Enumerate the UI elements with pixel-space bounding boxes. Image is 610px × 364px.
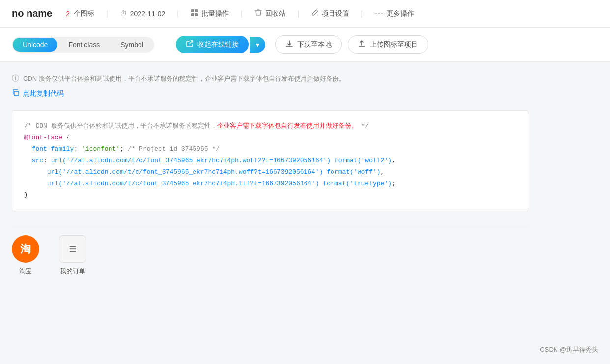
tab-group: Unicode Font class Symbol — [12, 37, 154, 53]
main-content: ⓘ CDN 服务仅供平台体验和调试使用，平台不承诺服务的稳定性，企业客户需下载字… — [0, 62, 540, 295]
link-icon — [186, 40, 194, 49]
svg-rect-2 — [191, 13, 194, 16]
code-line-url2: url('//at.alicdn.com/t/c/font_3745965_ek… — [24, 167, 516, 178]
code-url2: url('//at.alicdn.com/t/c/font_3745965_ek… — [47, 168, 381, 176]
code-url3: url('//at.alicdn.com/t/c/font_3745965_ek… — [47, 180, 392, 187]
recycle-icon — [254, 9, 262, 18]
bottom-icons: 淘 淘宝 ≡ 我的订单 — [12, 227, 528, 283]
batch-icon — [191, 9, 198, 18]
edit-icon — [311, 9, 319, 18]
code-prop-family: font-family — [32, 145, 74, 153]
code-enterprise-text: 企业客户需下载字体包自行发布使用并做好备份。 — [217, 122, 358, 130]
code-value-family: 'iconfont' — [82, 145, 120, 153]
svg-rect-4 — [14, 91, 19, 96]
code-comment-text: /* CDN 服务仅供平台体验和调试使用，平台不承诺服务的稳定性， — [24, 122, 217, 130]
copy-icon — [12, 89, 20, 98]
header-sep2: | — [177, 10, 179, 18]
download-icon — [285, 40, 293, 49]
upload-button[interactable]: 上传图标至项目 — [348, 35, 428, 54]
code-line-fontface: @font-face { — [24, 132, 516, 143]
header-batch-label: 批量操作 — [201, 9, 229, 18]
notice-text: CDN 服务仅供平台体验和调试使用，平台不承诺服务的稳定性，企业客户需下载字体包… — [23, 74, 345, 83]
header-sep5: | — [361, 10, 363, 18]
code-line-comment: /* CDN 服务仅供平台体验和调试使用，平台不承诺服务的稳定性，企业客户需下载… — [24, 120, 516, 132]
toolbar: Unicode Font class Symbol 收起在线链接 ▾ 下载至本地… — [0, 28, 610, 62]
header-recycle-label: 回收站 — [265, 9, 286, 18]
taobao-icon-item[interactable]: 淘 淘宝 — [12, 235, 39, 276]
header-sep4: | — [298, 10, 300, 18]
svg-rect-3 — [195, 13, 198, 16]
icon-count-label: 个图标 — [74, 9, 94, 18]
tab-fontclass[interactable]: Font class — [58, 38, 110, 52]
download-button[interactable]: 下载至本地 — [275, 35, 342, 54]
chevron-down-icon: ▾ — [256, 41, 259, 49]
header-date-item: ⏱ 2022-11-02 — [120, 9, 166, 18]
notice-bar: ⓘ CDN 服务仅供平台体验和调试使用，平台不承诺服务的稳定性，企业客户需下载字… — [12, 74, 528, 83]
code-block: /* CDN 服务仅供平台体验和调试使用，平台不承诺服务的稳定性，企业客户需下载… — [12, 110, 528, 211]
header-settings-label: 项目设置 — [322, 9, 349, 18]
order-icon: ≡ — [59, 235, 86, 263]
order-label: 我的订单 — [60, 267, 85, 276]
upload-icon — [358, 40, 366, 49]
header-sep3: | — [241, 10, 243, 18]
code-prop-src: src — [32, 157, 43, 164]
code-line-close: } — [24, 189, 516, 200]
header-more-item[interactable]: ··· 更多操作 — [375, 8, 414, 19]
online-link-button[interactable]: 收起在线链接 — [176, 36, 249, 53]
code-url1: url('//at.alicdn.com/t/c/font_3745965_ek… — [51, 157, 392, 164]
code-comment-end: */ — [358, 122, 369, 130]
icon-count-number: 2 — [66, 10, 70, 18]
download-label: 下载至本地 — [297, 40, 332, 49]
tab-unicode[interactable]: Unicode — [13, 38, 57, 52]
header-date: 2022-11-02 — [130, 10, 166, 18]
icon-count: 2 个图标 — [66, 9, 94, 18]
taobao-icon: 淘 — [12, 235, 39, 263]
order-icon-item[interactable]: ≡ 我的订单 — [59, 235, 86, 276]
more-icon: ··· — [375, 8, 384, 19]
copy-link-label: 点此复制代码 — [23, 89, 64, 98]
copy-link[interactable]: 点此复制代码 — [12, 89, 528, 98]
svg-rect-1 — [195, 9, 198, 12]
taobao-symbol: 淘 — [20, 242, 31, 256]
upload-label: 上传图标至项目 — [370, 40, 418, 49]
info-icon: ⓘ — [12, 74, 19, 83]
svg-rect-0 — [191, 9, 194, 12]
header-batch-item[interactable]: 批量操作 — [191, 9, 229, 18]
code-comment-project: /* Project id 3745965 */ — [128, 145, 220, 153]
order-symbol: ≡ — [69, 241, 76, 256]
header-more-label: 更多操作 — [387, 9, 414, 18]
clock-icon: ⏱ — [120, 9, 127, 18]
online-link-dropdown[interactable]: ▾ — [250, 37, 265, 53]
header-sep1: | — [106, 10, 108, 18]
online-link-group: 收起在线链接 ▾ — [168, 36, 265, 53]
tab-symbol[interactable]: Symbol — [111, 38, 153, 52]
header-settings-item[interactable]: 项目设置 — [311, 9, 349, 18]
taobao-label: 淘宝 — [19, 267, 32, 276]
code-line-url3: url('//at.alicdn.com/t/c/font_3745965_ek… — [24, 178, 516, 189]
code-keyword-fontface: @font-face — [24, 134, 62, 141]
header: no name 2 个图标 | ⏱ 2022-11-02 | 批量操作 | 回收… — [0, 0, 610, 28]
header-recycle-item[interactable]: 回收站 — [254, 9, 286, 18]
online-link-label: 收起在线链接 — [197, 40, 239, 49]
code-line-family: font-family: 'iconfont'; /* Project id 3… — [24, 143, 516, 155]
logo: no name — [12, 8, 52, 19]
code-line-src: src: url('//at.alicdn.com/t/c/font_37459… — [24, 155, 516, 166]
